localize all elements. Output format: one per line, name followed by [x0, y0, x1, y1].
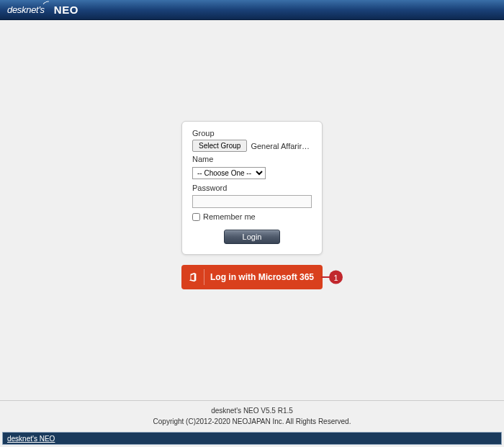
remember-checkbox[interactable]: [192, 213, 200, 221]
app-logo: desknet's NEO: [7, 4, 78, 16]
selected-group-text: General Affarirs D...: [251, 142, 312, 150]
copyright-text: Copyright (C)2012-2020 NEOJAPAN Inc. All…: [0, 416, 504, 427]
password-input[interactable]: [192, 195, 312, 208]
main-content: Group Select Group General Affarirs D...…: [0, 20, 504, 405]
group-row: Select Group General Affarirs D...: [192, 140, 312, 152]
ms365-button-text: Log in with Microsoft 365: [204, 272, 314, 282]
logo-swoosh-icon: [42, 1, 51, 10]
footer-info: desknet's NEO V5.5 R1.5 Copyright (C)201…: [0, 400, 504, 427]
ms365-container: Log in with Microsoft 365 1: [181, 265, 323, 289]
login-button[interactable]: Login: [224, 230, 280, 244]
ms365-login-button[interactable]: Log in with Microsoft 365: [181, 265, 323, 289]
office-icon: [188, 272, 198, 282]
app-header: desknet's NEO: [0, 0, 504, 20]
annotation-badge: 1: [329, 271, 343, 284]
ms365-icon-wrap: [181, 269, 204, 285]
footer-link[interactable]: desknet's NEO: [7, 435, 55, 443]
remember-label: Remember me: [203, 212, 256, 221]
group-label: Group: [192, 129, 312, 137]
version-text: desknet's NEO V5.5 R1.5: [0, 405, 504, 416]
select-group-button[interactable]: Select Group: [192, 140, 247, 152]
footer-bar: desknet's NEO: [2, 432, 502, 445]
name-label: Name: [192, 155, 312, 163]
logo-text-2: NEO: [54, 4, 78, 16]
name-select[interactable]: -- Choose One --: [192, 167, 266, 179]
login-form: Group Select Group General Affarirs D...…: [181, 121, 323, 255]
remember-row: Remember me: [192, 212, 312, 221]
logo-text-1: desknet's: [7, 4, 45, 15]
password-label: Password: [192, 184, 312, 192]
